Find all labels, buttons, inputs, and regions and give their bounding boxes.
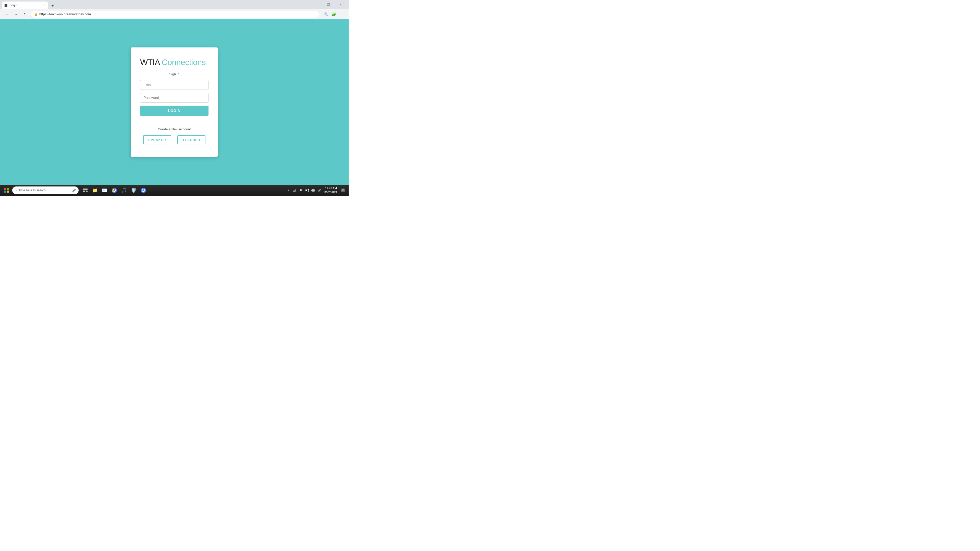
- start-button[interactable]: [2, 186, 11, 195]
- svg-rect-14: [293, 191, 294, 192]
- tab-favicon: ⬛: [4, 3, 8, 7]
- active-tab[interactable]: ⬛ Login ✕: [2, 2, 48, 9]
- svg-rect-2: [4, 191, 6, 192]
- microphone-icon[interactable]: 🎤: [72, 189, 76, 192]
- svg-rect-16: [295, 189, 295, 192]
- itunes-button[interactable]: 🎵: [119, 186, 129, 195]
- account-type-buttons: SPEAKER TEACHER: [140, 135, 208, 144]
- address-input-wrap[interactable]: 🔒 https://teamwon.greenriverdev.com: [30, 11, 320, 18]
- svg-rect-0: [4, 188, 6, 190]
- login-card: WTIA Connections Sign in LOGIN Create a …: [131, 48, 218, 157]
- svg-rect-17: [296, 189, 296, 192]
- extensions-icon[interactable]: 🧩: [330, 11, 337, 18]
- back-button[interactable]: ←: [3, 11, 10, 18]
- reload-button[interactable]: ↻: [21, 11, 29, 18]
- toolbar-icons: 🔍 🧩 ⋮: [322, 11, 345, 18]
- svg-point-21: [313, 189, 315, 191]
- minimize-button[interactable]: —: [310, 1, 322, 8]
- svg-rect-23: [342, 189, 344, 189]
- browser-frame: ⬛ Login ✕ + — ❐ ✕ ← → ↻ 🔒 https://teamwo…: [0, 0, 348, 196]
- email-input[interactable]: [140, 80, 208, 90]
- title-bar: ⬛ Login ✕ + — ❐ ✕: [0, 0, 348, 9]
- cloud-icon[interactable]: [310, 188, 316, 193]
- security-button[interactable]: 🛡️: [129, 186, 138, 195]
- new-tab-button[interactable]: +: [49, 2, 56, 9]
- svg-rect-6: [83, 191, 85, 192]
- tab-bar: ⬛ Login ✕ +: [2, 0, 307, 9]
- chain-icon[interactable]: 🔗: [317, 188, 322, 193]
- svg-rect-1: [7, 188, 9, 190]
- svg-point-13: [142, 189, 145, 191]
- svg-rect-4: [83, 189, 85, 190]
- svg-rect-24: [342, 190, 344, 190]
- lock-icon: 🔒: [34, 13, 38, 16]
- create-account-label: Create a New Account: [140, 127, 208, 131]
- system-tray: ∧: [286, 186, 347, 194]
- mail-button[interactable]: ✉️: [100, 186, 109, 195]
- svg-rect-15: [294, 190, 294, 192]
- taskbar-search[interactable]: ○ Type here to search 🎤: [12, 186, 79, 194]
- hidden-icons-button[interactable]: ∧: [286, 188, 291, 193]
- volume-icon[interactable]: [304, 188, 310, 193]
- app-title-brand: WTIA: [140, 58, 159, 67]
- teacher-button[interactable]: TEACHER: [177, 135, 205, 144]
- svg-rect-5: [85, 189, 88, 190]
- svg-marker-18: [305, 189, 307, 192]
- sign-in-label: Sign in: [140, 72, 208, 76]
- tab-close-button[interactable]: ✕: [42, 3, 46, 7]
- svg-rect-3: [7, 191, 9, 192]
- app-title: WTIA Connections: [140, 58, 208, 67]
- tab-title: Login: [10, 3, 40, 7]
- svg-rect-7: [86, 191, 88, 192]
- search-placeholder-text: Type here to search: [18, 189, 45, 192]
- wifi-icon[interactable]: [298, 188, 304, 193]
- url-display: https://teamwon.greenriverdev.com: [39, 12, 91, 16]
- chrome2-button[interactable]: [139, 186, 148, 195]
- close-button[interactable]: ✕: [335, 1, 347, 8]
- search-toolbar-icon[interactable]: 🔍: [322, 11, 329, 18]
- window-controls: — ❐ ✕: [310, 1, 347, 8]
- clock-time: 12:45 AM: [325, 186, 337, 190]
- search-circle-icon: ○: [15, 188, 17, 192]
- network-icon[interactable]: [292, 188, 298, 193]
- forward-button[interactable]: →: [12, 11, 19, 18]
- login-button[interactable]: LOGIN: [140, 106, 208, 116]
- svg-rect-25: [342, 191, 344, 191]
- taskbar-apps: 📁 ✉️ 🎵 🛡️: [81, 186, 148, 195]
- app-title-connections: Connections: [162, 58, 206, 67]
- address-bar: ← → ↻ 🔒 https://teamwon.greenriverdev.co…: [0, 9, 348, 19]
- password-input[interactable]: [140, 93, 208, 103]
- clock-date: 3/22/2019: [325, 190, 337, 194]
- speaker-button[interactable]: SPEAKER: [143, 135, 171, 144]
- system-clock[interactable]: 12:45 AM 3/22/2019: [323, 186, 339, 194]
- menu-icon[interactable]: ⋮: [339, 11, 345, 18]
- notification-button[interactable]: [339, 187, 347, 194]
- page-content: WTIA Connections Sign in LOGIN Create a …: [0, 19, 348, 185]
- maximize-button[interactable]: ❐: [323, 1, 334, 8]
- file-explorer-button[interactable]: 📁: [90, 186, 100, 195]
- chrome-button[interactable]: [110, 186, 119, 195]
- task-view-button[interactable]: [81, 186, 90, 195]
- taskbar: ○ Type here to search 🎤 📁 ✉️: [0, 185, 348, 196]
